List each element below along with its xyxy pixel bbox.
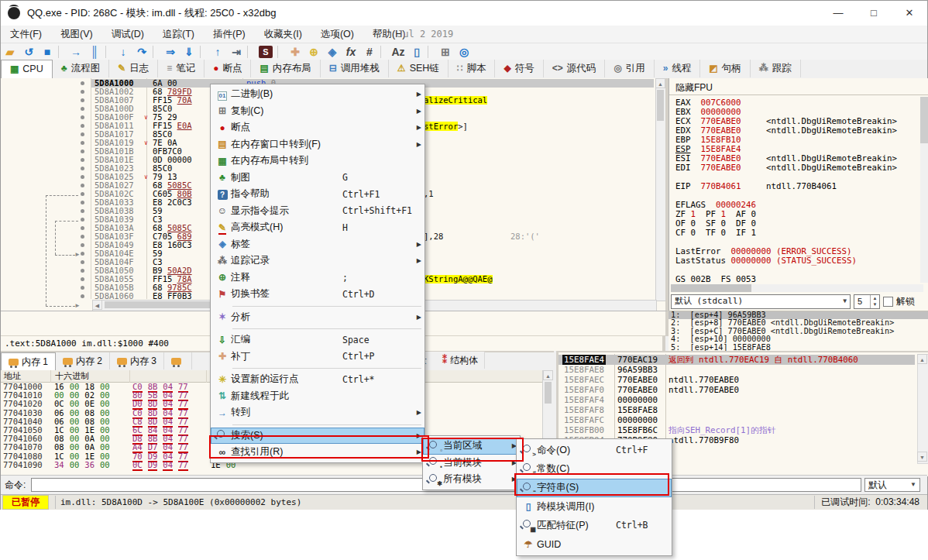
toolbar-icon[interactable]: # bbox=[360, 46, 379, 58]
menu-bar-item[interactable]: 调试(D) bbox=[102, 26, 153, 43]
argument-count-spinner[interactable]: 5▲▼ bbox=[854, 294, 880, 309]
breakpoint-dot[interactable] bbox=[81, 115, 84, 119]
view-tab[interactable]: ⚠ SEH链 bbox=[389, 60, 449, 77]
stack-row[interactable]: 15E8FAE4 770EAC19 返回到 ntdll.770EAC19 自 n… bbox=[559, 355, 915, 365]
tab-struct[interactable]: ⁑结构体 bbox=[436, 352, 485, 369]
breakpoint-dot[interactable] bbox=[81, 277, 84, 281]
view-tab[interactable]: ◆ 符号 bbox=[495, 60, 543, 77]
context-menu-item[interactable]: ⇅ 新建线程于此 ▶ bbox=[211, 388, 424, 405]
toolbar-icon[interactable] bbox=[277, 46, 284, 58]
view-tab[interactable]: ≡ 笔记 bbox=[158, 60, 205, 77]
submenu-item[interactable]: ✱ 所有模块 ▶ bbox=[423, 471, 520, 488]
view-tab[interactable]: ▦ CPU bbox=[1, 60, 53, 79]
breakpoint-dot[interactable] bbox=[81, 260, 84, 264]
context-menu-item[interactable]: ▶ bbox=[211, 303, 424, 309]
context-menu-item[interactable]: ⚑ 切换书签 Ctrl+D ▶ bbox=[211, 286, 424, 303]
view-tab[interactable]: ▤ 内存布局 bbox=[251, 60, 320, 77]
breakpoint-dot[interactable] bbox=[81, 252, 84, 256]
breakpoint-dot[interactable] bbox=[81, 201, 84, 204]
toolbar-icon[interactable]: ■ bbox=[38, 46, 57, 58]
breakpoint-dot[interactable] bbox=[81, 209, 84, 213]
stack-vertical-scrollbar[interactable]: ▲ ▼ bbox=[917, 354, 928, 464]
register-row[interactable]: CF 0 TF 0 IF 1 bbox=[675, 228, 917, 238]
submenu-item[interactable]: # 常数(C) ▶ bbox=[517, 459, 672, 478]
breakpoint-dot[interactable] bbox=[81, 226, 84, 230]
maximize-button[interactable]: □ bbox=[856, 1, 892, 26]
toolbar-icon[interactable]: → bbox=[67, 46, 85, 58]
breakpoint-dot[interactable] bbox=[81, 243, 84, 247]
toolbar-icon[interactable]: fx bbox=[342, 46, 360, 58]
context-menu-item[interactable]: ? 指令帮助 Ctrl+F1 ▶ bbox=[211, 186, 424, 203]
stack-row[interactable]: 15E8FAF4 00000000 bbox=[559, 395, 915, 405]
view-tab[interactable]: ∷ 脚本 bbox=[449, 60, 496, 77]
context-menu-item[interactable]: ▤ 在内存窗口中转到(F) ▶ bbox=[211, 136, 424, 153]
menu-bar-item[interactable]: 视图(V) bbox=[51, 26, 102, 43]
stack-row[interactable]: 15E8FAE8 96A59BB3 bbox=[559, 365, 915, 375]
view-tab[interactable]: <> 源代码 bbox=[544, 60, 606, 77]
context-menu-item[interactable]: ✶ 分析 ▶ bbox=[211, 309, 424, 326]
breakpoint-dot[interactable] bbox=[81, 175, 84, 179]
view-tab[interactable]: ◎ 引用 bbox=[605, 60, 654, 77]
submenu-item[interactable]: “ 字符串(S) ▶ bbox=[517, 479, 672, 497]
submenu-item[interactable]: > 命令(O) Ctrl+F ▶ bbox=[517, 441, 672, 459]
unlock-checkbox[interactable] bbox=[883, 297, 893, 307]
context-menu-item[interactable]: → 转到 ▶ bbox=[211, 404, 424, 421]
context-menu-item[interactable]: ∞ 查找引用(R) ▶ bbox=[211, 444, 424, 461]
toolbar-icon[interactable]: ⇓ bbox=[180, 46, 198, 58]
breakpoint-dot[interactable] bbox=[81, 90, 84, 94]
breakpoint-dot[interactable] bbox=[81, 192, 84, 196]
stack-row[interactable]: 15E8FAF0 770EABE0 ntdll.770EABE0 bbox=[559, 385, 915, 395]
breakpoint-dot[interactable] bbox=[81, 81, 84, 85]
context-menu-item[interactable]: ▶ bbox=[211, 421, 424, 428]
context-menu-item[interactable]: ☺ 显示指令提示 Ctrl+Shift+F1 ▶ bbox=[211, 203, 424, 220]
submenu-item[interactable]: ▫ 当前区域 ▶ bbox=[423, 438, 520, 455]
view-tab[interactable]: ⁂ 跟踪 bbox=[751, 60, 801, 77]
context-menu-item[interactable]: ✚ 补丁 Ctrl+P ▶ bbox=[211, 349, 424, 366]
register-row[interactable]: EIP 770B4061 ntdll.770B4061 bbox=[675, 182, 917, 191]
context-menu-item[interactable]: ⊕ 注释 ; ▶ bbox=[211, 270, 424, 287]
command-profile-dropdown[interactable]: 默认▼ bbox=[864, 478, 920, 492]
breakpoint-dot[interactable] bbox=[81, 124, 84, 128]
breakpoint-dot[interactable] bbox=[81, 286, 84, 290]
submenu-item[interactable]: ▦ 匹配特征(P) Ctrl+B ▶ bbox=[517, 516, 672, 534]
dump-tab[interactable]: 内存 3 bbox=[110, 352, 164, 369]
toolbar-icon[interactable]: ◈ bbox=[323, 46, 342, 58]
toolbar-icon[interactable]: S bbox=[259, 46, 273, 58]
close-button[interactable]: ✕ bbox=[892, 1, 927, 26]
toolbar-icon[interactable] bbox=[428, 46, 435, 58]
context-menu-item[interactable]: ◈ 标签 ▶ bbox=[211, 236, 424, 253]
context-menu-item[interactable]: ♣ 制图 G ▶ bbox=[211, 170, 424, 187]
argument-row[interactable]: 4: [esp+10] 00000000 bbox=[669, 335, 928, 343]
toolbar-icon[interactable]: ⇥ bbox=[227, 46, 246, 58]
context-menu-item[interactable]: ⇩ 汇编 Space ▶ bbox=[211, 332, 424, 349]
menu-bar-item[interactable]: 收藏夹(I) bbox=[255, 26, 311, 43]
breakpoint-dot[interactable] bbox=[81, 184, 84, 187]
context-menu-item[interactable]: ▶ bbox=[211, 325, 424, 332]
context-menu-item[interactable]: ● 断点 ▶ bbox=[211, 119, 424, 136]
view-tab[interactable]: ● 断点 bbox=[205, 60, 251, 77]
stack-row[interactable]: 15E8FB00 15E8FB6C 指向SEH_Record[1]的指针 bbox=[559, 425, 915, 435]
breakpoint-dot[interactable] bbox=[81, 235, 84, 239]
toolbar-icon[interactable]: ↑ bbox=[208, 46, 227, 58]
toolbar-icon[interactable] bbox=[153, 46, 160, 58]
toolbar-icon[interactable] bbox=[247, 46, 254, 58]
toolbar-icon[interactable]: ↷ bbox=[132, 46, 151, 58]
dump-tab[interactable] bbox=[164, 352, 192, 369]
stack-row[interactable]: 15E8FAEC 770EABE0 ntdll.770EABE0 bbox=[559, 375, 915, 385]
toolbar-icon[interactable]: ║ bbox=[85, 46, 104, 58]
calling-convention-dropdown[interactable]: 默认 (stdcall)▼ bbox=[671, 294, 851, 309]
context-menu-item[interactable]: ✳ 设置新的运行点 Ctrl+* ▶ bbox=[211, 371, 424, 388]
breakpoint-dot[interactable] bbox=[81, 294, 84, 298]
context-menu-item[interactable]: ✎ 高亮模式(H) H ▶ bbox=[211, 219, 424, 236]
context-menu-item[interactable]: ⊞ 复制(C) ▶ bbox=[211, 103, 424, 120]
context-menu-item[interactable]: ▦ 在内存布局中转到 ▶ bbox=[211, 153, 424, 170]
register-row[interactable]: GS 002B FS 0053 bbox=[675, 275, 917, 284]
breakpoint-dot[interactable] bbox=[81, 141, 84, 145]
toolbar-icon[interactable]: ⊕ bbox=[304, 46, 323, 58]
view-tab[interactable]: ✎ 日志 bbox=[109, 60, 158, 77]
dump-tab[interactable]: 内存 1 bbox=[1, 352, 56, 371]
menu-bar-item[interactable]: 插件(P) bbox=[204, 26, 255, 43]
submenu-item[interactable]: ▯ 跨模块调用(I) ▶ bbox=[517, 497, 672, 516]
menu-bar-item[interactable]: 选项(O) bbox=[311, 26, 363, 43]
context-menu-item[interactable]: ▶ bbox=[211, 365, 424, 371]
